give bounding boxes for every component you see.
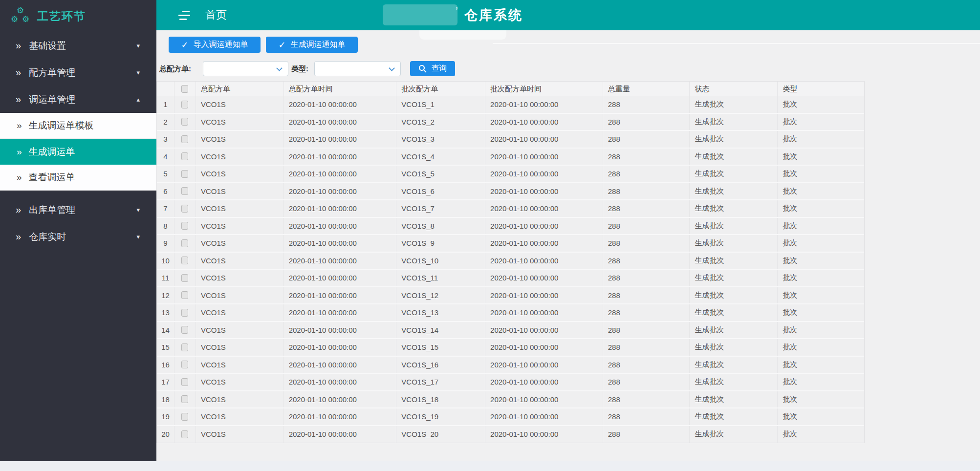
- sidebar-item-warehouse-realtime[interactable]: » 仓库实时 ▾: [0, 223, 156, 250]
- page-title: 仓库系统: [464, 6, 523, 24]
- tab-home[interactable]: 首页: [205, 8, 227, 22]
- sidebar-item-label: 仓库实时: [29, 231, 66, 243]
- master-recipe-time-cell: 2020-01-10 00:00:00: [284, 183, 397, 200]
- table-row[interactable]: 20 VCO1S 2020-01-10 00:00:00 VCO1S_20 20…: [157, 426, 864, 444]
- row-checkbox[interactable]: [181, 291, 188, 299]
- row-checkbox[interactable]: [181, 257, 188, 264]
- sidebar: ⚙ ⚙ ⚙ 工艺环节 » 基础设置 ▾ » 配方单管理 ▾ » 调运单管理 ▴ …: [0, 0, 156, 461]
- type-cell: 批次: [778, 304, 864, 321]
- column-header-type: 类型: [778, 82, 864, 96]
- type-cell: 批次: [778, 131, 864, 148]
- table-row[interactable]: 15 VCO1S 2020-01-10 00:00:00 VCO1S_15 20…: [157, 339, 864, 357]
- master-recipe-time-cell: 2020-01-10 00:00:00: [284, 287, 397, 304]
- column-header-batch-recipe: 批次配方单: [396, 82, 485, 96]
- batch-recipe-cell: VCO1S_1: [396, 96, 485, 113]
- row-checkbox[interactable]: [181, 343, 188, 351]
- table-row[interactable]: 19 VCO1S 2020-01-10 00:00:00 VCO1S_19 20…: [157, 408, 864, 426]
- row-number-cell: 10: [157, 253, 174, 269]
- batch-recipe-time-cell: 2020-01-10 00:00:00: [485, 287, 603, 304]
- table-row[interactable]: 17 VCO1S 2020-01-10 00:00:00 VCO1S_17 20…: [157, 374, 864, 391]
- row-checkbox[interactable]: [181, 309, 188, 317]
- total-weight-cell: 288: [603, 357, 690, 373]
- row-checkbox-cell: [174, 183, 196, 200]
- row-checkbox[interactable]: [181, 413, 188, 421]
- sidebar-subitem-generate-transport-order[interactable]: » 生成调运单: [0, 139, 156, 165]
- table-row[interactable]: 9 VCO1S 2020-01-10 00:00:00 VCO1S_9 2020…: [157, 235, 864, 253]
- gear-icon: ⚙: [22, 15, 29, 23]
- table-row[interactable]: 5 VCO1S 2020-01-10 00:00:00 VCO1S_5 2020…: [157, 166, 864, 183]
- table-row[interactable]: 12 VCO1S 2020-01-10 00:00:00 VCO1S_12 20…: [157, 287, 864, 305]
- row-checkbox-cell: [174, 149, 196, 165]
- row-checkbox[interactable]: [181, 326, 188, 334]
- master-recipe-cell: VCO1S: [196, 391, 284, 408]
- row-checkbox[interactable]: [181, 222, 188, 230]
- sidebar-item-recipe-management[interactable]: » 配方单管理 ▾: [0, 59, 156, 86]
- status-cell: 生成批次: [690, 218, 778, 235]
- row-checkbox[interactable]: [181, 395, 188, 403]
- total-weight-cell: 288: [603, 131, 690, 148]
- row-checkbox[interactable]: [181, 378, 188, 386]
- batch-recipe-time-cell: 2020-01-10 00:00:00: [485, 166, 603, 182]
- row-checkbox[interactable]: [181, 170, 188, 178]
- row-checkbox-cell: [174, 96, 196, 113]
- row-checkbox[interactable]: [181, 118, 188, 126]
- row-checkbox[interactable]: [181, 239, 188, 247]
- table-row[interactable]: 8 VCO1S 2020-01-10 00:00:00 VCO1S_8 2020…: [157, 218, 864, 236]
- row-checkbox[interactable]: [181, 187, 188, 195]
- row-checkbox[interactable]: [181, 135, 188, 143]
- batch-recipe-time-cell: 2020-01-10 00:00:00: [485, 253, 603, 269]
- row-checkbox-cell: [174, 270, 196, 286]
- row-checkbox[interactable]: [181, 101, 188, 108]
- row-checkbox[interactable]: [181, 205, 188, 213]
- batch-recipe-cell: VCO1S_12: [396, 287, 485, 304]
- master-recipe-time-cell: 2020-01-10 00:00:00: [284, 200, 397, 217]
- sidebar-item-outbound-order-management[interactable]: » 出库单管理 ▾: [0, 196, 156, 223]
- table-row[interactable]: 16 VCO1S 2020-01-10 00:00:00 VCO1S_16 20…: [157, 357, 864, 374]
- sidebar-item-transport-order-management[interactable]: » 调运单管理 ▴: [0, 86, 156, 113]
- type-cell: 批次: [778, 408, 864, 425]
- generate-transport-notice-button[interactable]: ✓ 生成调运通知单: [266, 37, 358, 53]
- table-row[interactable]: 6 VCO1S 2020-01-10 00:00:00 VCO1S_6 2020…: [157, 183, 864, 201]
- table-row[interactable]: 13 VCO1S 2020-01-10 00:00:00 VCO1S_13 20…: [157, 304, 864, 322]
- row-checkbox[interactable]: [181, 361, 188, 368]
- table-row[interactable]: 10 VCO1S 2020-01-10 00:00:00 VCO1S_10 20…: [157, 253, 864, 270]
- search-button[interactable]: 查询: [410, 61, 455, 76]
- type-select[interactable]: [314, 61, 401, 76]
- sidebar-subitem-generate-transport-template[interactable]: » 生成调运单模板: [0, 113, 156, 139]
- status-cell: 生成批次: [690, 200, 778, 217]
- row-checkbox[interactable]: [181, 430, 188, 438]
- table-row[interactable]: 3 VCO1S 2020-01-10 00:00:00 VCO1S_3 2020…: [157, 131, 864, 149]
- chevron-down-icon: ▾: [136, 233, 140, 240]
- total-weight-cell: 288: [603, 166, 690, 182]
- title-tick-mark: ’: [456, 5, 458, 18]
- import-button-label: 导入调运通知单: [194, 40, 248, 50]
- sidebar-subitem-view-transport-order[interactable]: » 查看调运单: [0, 165, 156, 191]
- status-cell: 生成批次: [690, 408, 778, 425]
- row-checkbox[interactable]: [181, 152, 188, 160]
- table-row[interactable]: 14 VCO1S 2020-01-10 00:00:00 VCO1S_14 20…: [157, 322, 864, 340]
- total-weight-cell: 288: [603, 235, 690, 252]
- master-recipe-select[interactable]: [203, 61, 288, 76]
- sidebar-item-basic-settings[interactable]: » 基础设置 ▾: [0, 32, 156, 59]
- master-recipe-time-cell: 2020-01-10 00:00:00: [284, 166, 397, 182]
- select-all-checkbox[interactable]: [181, 85, 188, 93]
- table-row[interactable]: 2 VCO1S 2020-01-10 00:00:00 VCO1S_2 2020…: [157, 114, 864, 131]
- table-row[interactable]: 4 VCO1S 2020-01-10 00:00:00 VCO1S_4 2020…: [157, 149, 864, 166]
- batch-recipe-time-cell: 2020-01-10 00:00:00: [485, 149, 603, 165]
- status-cell: 生成批次: [690, 270, 778, 286]
- table-row[interactable]: 7 VCO1S 2020-01-10 00:00:00 VCO1S_7 2020…: [157, 200, 864, 218]
- row-checkbox-cell: [174, 131, 196, 148]
- master-recipe-time-cell: 2020-01-10 00:00:00: [284, 374, 397, 390]
- table-row[interactable]: 11 VCO1S 2020-01-10 00:00:00 VCO1S_11 20…: [157, 270, 864, 287]
- import-transport-notice-button[interactable]: ✓ 导入调运通知单: [169, 37, 261, 53]
- generate-button-label: 生成调运通知单: [291, 40, 346, 50]
- table-row[interactable]: 18 VCO1S 2020-01-10 00:00:00 VCO1S_18 20…: [157, 391, 864, 409]
- status-cell: 生成批次: [690, 149, 778, 165]
- master-recipe-time-cell: 2020-01-10 00:00:00: [284, 339, 397, 356]
- master-recipe-cell: VCO1S: [196, 408, 284, 425]
- app-logo: ⚙ ⚙ ⚙ 工艺环节: [0, 0, 156, 32]
- row-checkbox[interactable]: [181, 274, 188, 282]
- table-row[interactable]: 1 VCO1S 2020-01-10 00:00:00 VCO1S_1 2020…: [157, 96, 864, 114]
- hamburger-menu-icon[interactable]: [178, 11, 191, 20]
- select-all-header-cell: [174, 82, 196, 96]
